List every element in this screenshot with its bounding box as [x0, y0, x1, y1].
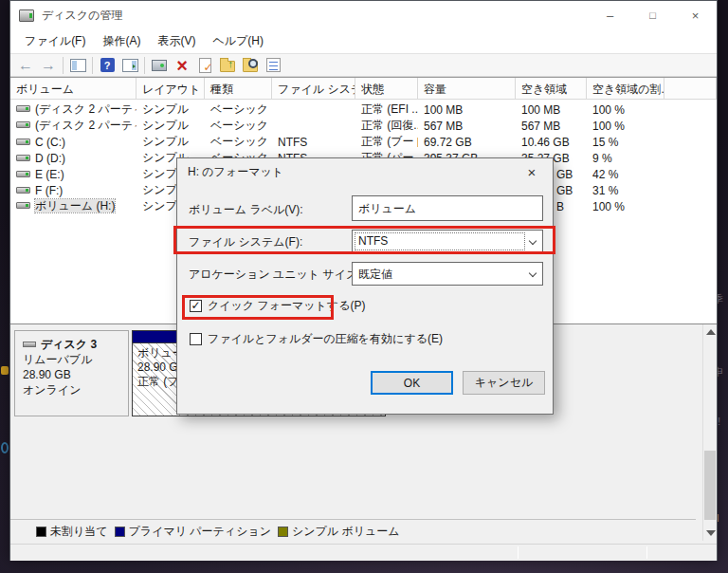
table-cell: 正常 (EFI ... — [355, 102, 418, 118]
format-dialog: H: のフォーマット × ボリューム ラベル(V): ボリューム ファイル シス… — [176, 157, 554, 415]
table-cell: (ディスク 2 パーティシ... — [10, 102, 136, 118]
volume-name: (ディスク 2 パーティシ... — [35, 102, 136, 116]
toolbar-separator — [63, 57, 64, 74]
volume-name: (ディスク 2 パーティシ... — [35, 119, 136, 132]
column-header[interactable]: 空き領域 — [516, 78, 587, 99]
back-button[interactable] — [14, 55, 37, 76]
window-controls: – □ × — [589, 1, 717, 29]
scroll-down-icon[interactable] — [706, 530, 716, 536]
chevron-down-icon[interactable] — [529, 269, 537, 277]
partition-legend: 未割り当てプライマリ パーティションシンプル ボリューム — [10, 519, 696, 544]
show-action-pane-icon — [122, 59, 138, 72]
volume-icon — [16, 171, 30, 177]
column-header[interactable]: ボリューム — [10, 78, 136, 99]
status-bar — [10, 544, 717, 561]
volume-icon — [16, 121, 30, 128]
help-button[interactable] — [96, 55, 118, 76]
folder-up-button[interactable] — [216, 55, 239, 76]
table-cell: ベーシック — [205, 134, 272, 150]
checkbox-unchecked-icon[interactable] — [190, 333, 202, 345]
ok-button[interactable]: OK — [371, 371, 453, 395]
table-cell: NTFS — [272, 136, 355, 149]
wallpaper-decoration — [1, 366, 9, 375]
menu-view[interactable]: 表示(V) — [149, 29, 204, 53]
toolbar-separator — [144, 57, 145, 74]
legend-swatch — [278, 527, 288, 537]
statusbar-divider — [518, 546, 519, 559]
volume-table-header: ボリュームレイアウト種類ファイル システム状態容量空き領域空き領域の割... — [10, 78, 717, 100]
volume-label-input[interactable]: ボリューム — [352, 195, 543, 221]
device-view-icon — [152, 60, 167, 71]
volume-name: D (D:) — [35, 152, 65, 165]
folder-up-icon — [220, 61, 235, 72]
forward-icon — [40, 57, 57, 74]
scrollbar-thumb[interactable] — [704, 451, 716, 520]
disk-name: ディスク 3 — [23, 337, 128, 352]
column-header[interactable]: 空き領域の割... — [587, 78, 664, 99]
volume-icon — [16, 139, 30, 145]
show-console-tree-button[interactable] — [66, 55, 89, 76]
view-options-button[interactable] — [262, 55, 284, 76]
dialog-close-icon[interactable]: × — [511, 158, 553, 185]
legend-swatch — [36, 527, 46, 537]
window-title: ディスクの管理 — [42, 8, 122, 24]
column-header[interactable]: 状態 — [355, 78, 418, 99]
volume-name: C (C:) — [35, 136, 65, 149]
table-cell: 69.72 GB — [418, 136, 516, 149]
back-icon — [17, 57, 34, 74]
menu-action[interactable]: 操作(A) — [94, 29, 149, 53]
allocation-unit-dropdown[interactable]: 既定値 — [352, 262, 543, 286]
disk-icon — [23, 342, 36, 347]
legend-item: 未割り当て — [36, 524, 108, 540]
title-bar: ディスクの管理 – □ × — [10, 1, 717, 29]
table-cell: 9 % — [587, 152, 664, 165]
close-button[interactable]: × — [674, 1, 717, 29]
statusbar-divider — [646, 546, 647, 559]
table-cell: C (C:) — [10, 136, 136, 149]
table-row[interactable]: (ディスク 2 パーティシ...シンプルベーシック正常 (回復...567 MB… — [10, 118, 717, 134]
table-row[interactable]: C (C:)シンプルベーシックNTFS正常 (ブート...69.72 GB10.… — [10, 134, 717, 150]
scroll-up-icon[interactable] — [706, 329, 716, 335]
column-header[interactable]: ファイル システム — [272, 78, 355, 99]
legend-swatch — [115, 527, 125, 537]
dialog-title: H: のフォーマット — [177, 164, 283, 180]
cancel-button[interactable]: キャンセル — [463, 371, 545, 395]
table-cell: F (F:) — [10, 184, 136, 197]
legend-label: シンプル ボリューム — [292, 524, 400, 540]
disk-size: 28.90 GB — [23, 367, 128, 382]
volume-icon — [16, 202, 30, 209]
menu-file[interactable]: ファイル(F) — [16, 29, 94, 53]
enable-compression-checkbox[interactable]: ファイルとフォルダーの圧縮を有効にする(E) — [190, 331, 443, 347]
minimize-button[interactable]: – — [589, 1, 631, 29]
legend-item: プライマリ パーティション — [115, 524, 271, 540]
properties-check-button[interactable] — [193, 55, 216, 76]
show-action-pane-button[interactable] — [118, 55, 141, 76]
maximize-button[interactable]: □ — [631, 1, 674, 29]
forward-button[interactable] — [37, 55, 60, 76]
table-row[interactable]: (ディスク 2 パーティシ...シンプルベーシック正常 (EFI ...100 … — [10, 102, 717, 118]
dialog-title-bar: H: のフォーマット — [177, 158, 553, 185]
menu-bar: ファイル(F) 操作(A) 表示(V) ヘルプ(H) — [10, 29, 717, 53]
column-header[interactable] — [664, 78, 717, 99]
vertical-scrollbar[interactable] — [702, 324, 717, 541]
table-cell: 10.46 GB — [516, 136, 587, 149]
volume-icon — [16, 105, 30, 112]
table-cell: 15 % — [587, 136, 664, 149]
table-cell: 100 % — [587, 103, 664, 117]
delete-button[interactable] — [171, 55, 193, 76]
table-cell: (ディスク 2 パーティシ... — [10, 118, 136, 134]
device-view-button[interactable] — [148, 55, 171, 76]
legend-label: 未割り当て — [50, 524, 108, 540]
delete-icon — [173, 57, 191, 74]
table-cell: シンプル — [136, 134, 205, 150]
folder-search-button[interactable] — [239, 55, 262, 76]
disk-drive-icon — [19, 9, 34, 22]
disk3-info-card[interactable]: ディスク 3 リムーバブル 28.90 GB オンライン — [14, 330, 129, 416]
table-cell: 42 % — [587, 168, 664, 181]
column-header[interactable]: レイアウト — [136, 78, 205, 99]
column-header[interactable]: 容量 — [418, 78, 516, 99]
menu-help[interactable]: ヘルプ(H) — [204, 29, 272, 53]
table-cell: 100 % — [587, 120, 664, 133]
table-cell: 100 % — [587, 200, 664, 213]
column-header[interactable]: 種類 — [205, 78, 272, 99]
